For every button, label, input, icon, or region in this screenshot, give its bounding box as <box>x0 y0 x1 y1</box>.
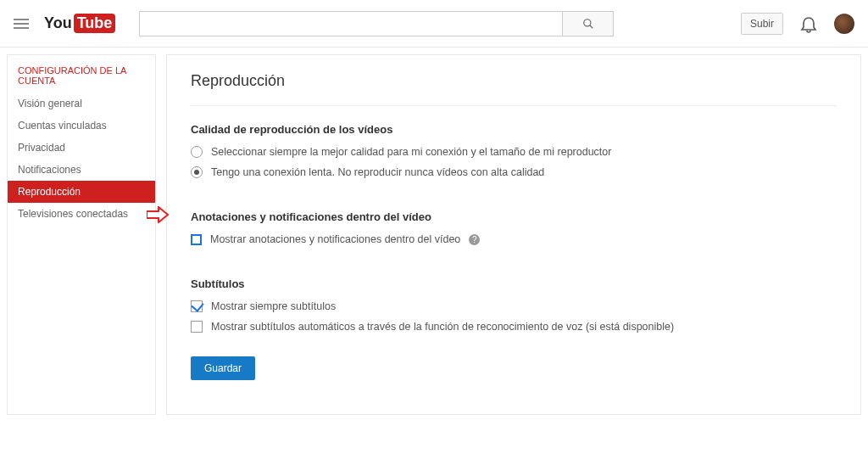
subtitles-auto-label: Mostrar subtítulos automáticos a través … <box>211 321 674 333</box>
logo-text-you: You <box>44 14 72 32</box>
radio-icon[interactable] <box>191 146 203 158</box>
quality-option-best-label: Seleccionar siempre la mejor calidad par… <box>211 146 611 158</box>
sidebar-item-privacy[interactable]: Privacidad <box>8 137 155 159</box>
settings-sidebar: CONFIGURACIÓN DE LA CUENTA Visión genera… <box>7 54 156 415</box>
notifications-icon[interactable] <box>798 14 819 34</box>
menu-icon[interactable] <box>14 15 31 32</box>
annotations-checkbox[interactable] <box>191 234 202 245</box>
subtitles-always-row[interactable]: Mostrar siempre subtítulos <box>191 300 837 312</box>
annotations-checkbox-label: Mostrar anotaciones y notificaciones den… <box>210 233 460 245</box>
sidebar-item-linked-accounts[interactable]: Cuentas vinculadas <box>8 115 155 137</box>
sidebar-title: CONFIGURACIÓN DE LA CUENTA <box>8 55 155 92</box>
save-button[interactable]: Guardar <box>191 356 255 380</box>
subtitles-section-title: Subtítulos <box>191 277 837 290</box>
search-button[interactable] <box>563 11 614 36</box>
quality-option-slow-label: Tengo una conexión lenta. No reproducir … <box>211 166 544 178</box>
quality-option-slow[interactable]: Tengo una conexión lenta. No reproducir … <box>191 166 837 178</box>
top-bar: YouTube Subir <box>0 0 868 48</box>
subtitles-auto-row[interactable]: Mostrar subtítulos automáticos a través … <box>191 321 837 333</box>
quality-section-title: Calidad de reproducción de los vídeos <box>191 123 837 136</box>
search-bar <box>139 11 614 36</box>
main-container: CONFIGURACIÓN DE LA CUENTA Visión genera… <box>0 48 868 432</box>
page-title: Reproducción <box>191 72 837 106</box>
search-icon <box>582 18 594 30</box>
annotations-checkbox-row[interactable]: Mostrar anotaciones y notificaciones den… <box>191 233 837 245</box>
help-icon[interactable]: ? <box>469 234 480 245</box>
radio-selected-icon[interactable] <box>191 166 203 178</box>
logo-text-tube: Tube <box>74 14 116 33</box>
content-panel: Reproducción Calidad de reproducción de … <box>166 54 861 415</box>
sidebar-item-overview[interactable]: Visión general <box>8 92 155 115</box>
svg-line-1 <box>590 25 593 28</box>
sidebar-item-connected-tvs[interactable]: Televisiones conectadas <box>8 203 155 225</box>
upload-button[interactable]: Subir <box>741 13 783 35</box>
search-input[interactable] <box>139 11 563 36</box>
svg-point-0 <box>584 19 591 25</box>
sidebar-item-notifications[interactable]: Notificaciones <box>8 159 155 181</box>
sidebar-item-playback[interactable]: Reproducción <box>8 181 155 203</box>
subtitles-auto-checkbox[interactable] <box>191 321 203 333</box>
annotations-section-title: Anotaciones y notificaciones dentro del … <box>191 210 837 223</box>
subtitles-always-label: Mostrar siempre subtítulos <box>211 300 336 312</box>
topbar-right: Subir <box>741 13 854 35</box>
youtube-logo[interactable]: YouTube <box>44 14 115 33</box>
arrow-pointer-icon <box>147 206 169 223</box>
quality-option-best[interactable]: Seleccionar siempre la mejor calidad par… <box>191 146 837 158</box>
avatar[interactable] <box>834 14 854 34</box>
subtitles-always-checkbox[interactable] <box>191 300 203 312</box>
